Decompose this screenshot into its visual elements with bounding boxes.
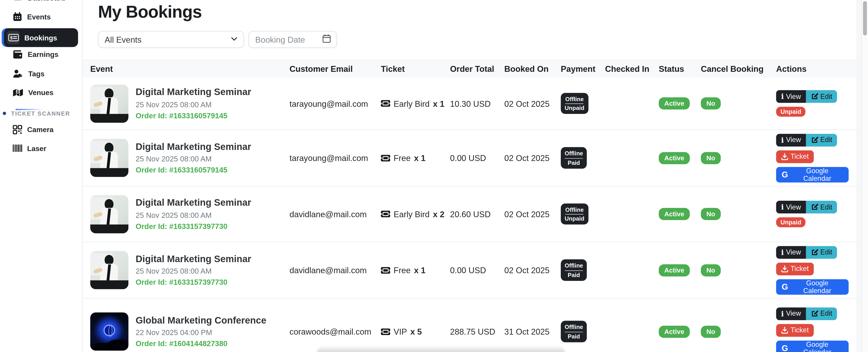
sidebar-item-events[interactable]: Events bbox=[0, 7, 82, 26]
edit-button[interactable]: Edit bbox=[806, 90, 837, 103]
google-calendar-button[interactable]: GGoogle Calendar bbox=[776, 279, 848, 295]
sidebar-item-bookings[interactable]: $Bookings bbox=[4, 28, 78, 47]
download-ticket-button[interactable]: Ticket bbox=[776, 324, 813, 337]
view-button[interactable]: iView bbox=[776, 246, 806, 258]
sidebar-section-ticket-scanner: TICKET SCANNER bbox=[0, 110, 82, 116]
payment-cell: OfflinePaid bbox=[561, 147, 605, 169]
table-header-row: EventCustomer EmailTicketOrder TotalBook… bbox=[83, 60, 857, 77]
cancel-badge: No bbox=[701, 264, 721, 276]
customer-email-cell: davidlane@mail.com bbox=[289, 266, 381, 275]
status-cell: Active bbox=[659, 152, 701, 164]
actions-cell: iView Edit Ticket GGoogle Calendar bbox=[776, 307, 848, 352]
edit-button[interactable]: Edit bbox=[806, 134, 837, 146]
booking-date-filter[interactable] bbox=[249, 31, 337, 48]
event-title: Digital Marketing Seminar bbox=[135, 141, 251, 152]
event-info: Digital Marketing Seminar 25 Nov 2025 08… bbox=[135, 253, 251, 286]
order-id-link[interactable]: Order Id: #1604144827380 bbox=[135, 340, 266, 348]
status-badge: Active bbox=[659, 152, 690, 164]
customer-email-cell: davidlane@mail.com bbox=[289, 209, 381, 219]
info-icon: i bbox=[781, 136, 784, 144]
bullet-dot-icon bbox=[3, 112, 6, 115]
status-badge: Active bbox=[659, 208, 690, 220]
order-id-link[interactable]: Order Id: #1633157397730 bbox=[135, 278, 251, 286]
view-button[interactable]: iView bbox=[776, 201, 806, 213]
vertical-scrollbar[interactable] bbox=[862, 0, 868, 352]
payment-cell: OfflineUnpaid bbox=[561, 204, 605, 225]
cancel-badge: No bbox=[701, 325, 721, 338]
sidebar-item-label: Bookings bbox=[24, 33, 57, 42]
booking-date-input[interactable] bbox=[255, 35, 316, 44]
google-calendar-button[interactable]: GGoogle Calendar bbox=[776, 340, 848, 352]
download-icon bbox=[781, 265, 788, 272]
order-id-link[interactable]: Order Id: #1633160579145 bbox=[135, 166, 251, 174]
view-edit-button-group: iView Edit bbox=[776, 201, 837, 213]
order-id-link[interactable]: Order Id: #1633157397730 bbox=[135, 222, 251, 231]
event-filter-value: All Events bbox=[105, 35, 142, 44]
download-ticket-button[interactable]: Ticket bbox=[776, 150, 813, 163]
page-gutter bbox=[857, 0, 862, 352]
user-tag-icon bbox=[13, 69, 23, 78]
download-ticket-button[interactable]: Ticket bbox=[776, 262, 813, 275]
sidebar-item-label: Venues bbox=[28, 88, 54, 97]
status-badge: Active bbox=[659, 264, 690, 276]
google-g-icon: G bbox=[782, 170, 788, 179]
event-filter-select[interactable]: All Events bbox=[98, 31, 244, 48]
ticket-icon bbox=[381, 211, 391, 217]
view-button[interactable]: iView bbox=[776, 307, 806, 320]
sidebar-item-tags[interactable]: Tags bbox=[0, 64, 82, 83]
cancel-booking-cell: No bbox=[701, 208, 776, 220]
view-button[interactable]: iView bbox=[776, 90, 806, 103]
payment-badge: OfflinePaid bbox=[561, 259, 587, 281]
status-badge: Active bbox=[659, 97, 690, 109]
sidebar-item-venues[interactable]: Venues bbox=[0, 83, 82, 102]
calendar-icon[interactable] bbox=[322, 34, 331, 45]
order-id-link[interactable]: Order Id: #1633160579145 bbox=[135, 111, 251, 120]
edit-pen-icon bbox=[811, 93, 818, 100]
ticket-cell: Freex 1 bbox=[381, 153, 450, 163]
cancel-badge: No bbox=[701, 97, 721, 109]
edit-button[interactable]: Edit bbox=[806, 246, 837, 258]
sidebar-item-dashboard[interactable]: Dashboard bbox=[0, 0, 82, 7]
download-icon bbox=[781, 153, 788, 160]
customer-email-cell: corawoods@mail.com bbox=[289, 327, 381, 336]
status-cell: Active bbox=[659, 325, 701, 338]
customer-email-cell: tarayoung@mail.com bbox=[289, 99, 381, 108]
status-cell: Active bbox=[659, 208, 701, 220]
view-edit-button-group: iView Edit bbox=[776, 246, 837, 258]
event-info: Global Marketing Conference 22 Nov 2025 … bbox=[135, 315, 266, 348]
booked-on-cell: 02 Oct 2025 bbox=[504, 209, 561, 219]
booked-on-cell: 02 Oct 2025 bbox=[504, 99, 561, 108]
order-total-cell: 288.75 USD bbox=[450, 327, 504, 336]
sidebar-item-laser[interactable]: Laser bbox=[0, 139, 82, 157]
view-edit-button-group: iView Edit bbox=[776, 134, 837, 146]
booked-on-cell: 02 Oct 2025 bbox=[504, 266, 561, 275]
ticket-cell: VIPx 5 bbox=[381, 327, 450, 336]
download-icon bbox=[781, 326, 788, 334]
scrollbar-thumb[interactable] bbox=[863, 1, 867, 35]
order-total-cell: 0.00 USD bbox=[450, 153, 504, 163]
event-title: Digital Marketing Seminar bbox=[135, 253, 251, 265]
filters-bar: All Events bbox=[98, 31, 337, 48]
sidebar-item-label: Dashboard bbox=[28, 0, 65, 2]
edit-pen-icon bbox=[811, 310, 818, 317]
event-cell: Digital Marketing Seminar 25 Nov 2025 08… bbox=[90, 84, 289, 122]
column-header-order-total: Order Total bbox=[450, 64, 504, 74]
event-cell: Digital Marketing Seminar 25 Nov 2025 08… bbox=[90, 139, 289, 177]
ticket-cell: Early Birdx 2 bbox=[381, 209, 450, 219]
payment-cell: OfflineUnpaid bbox=[561, 93, 605, 114]
edit-button[interactable]: Edit bbox=[806, 307, 837, 320]
app-window: TICKET SCANNER DashboardEvents$BookingsE… bbox=[0, 0, 868, 352]
edit-button[interactable]: Edit bbox=[806, 201, 837, 213]
sidebar-item-earnings[interactable]: Earnings bbox=[0, 45, 82, 64]
payment-badge: OfflineUnpaid bbox=[561, 204, 588, 225]
event-datetime: 22 Nov 2025 04:00 PM bbox=[135, 328, 266, 337]
event-title: Digital Marketing Seminar bbox=[135, 87, 251, 98]
ticket-cell: Freex 1 bbox=[381, 266, 450, 275]
event-title: Digital Marketing Seminar bbox=[135, 198, 251, 208]
google-calendar-button[interactable]: GGoogle Calendar bbox=[776, 167, 848, 182]
view-button[interactable]: iView bbox=[776, 134, 806, 146]
status-cell: Active bbox=[659, 264, 701, 276]
event-cell: Digital Marketing Seminar 25 Nov 2025 08… bbox=[90, 251, 289, 289]
sidebar: TICKET SCANNER DashboardEvents$BookingsE… bbox=[0, 0, 83, 352]
sidebar-item-camera[interactable]: Camera bbox=[0, 120, 82, 139]
